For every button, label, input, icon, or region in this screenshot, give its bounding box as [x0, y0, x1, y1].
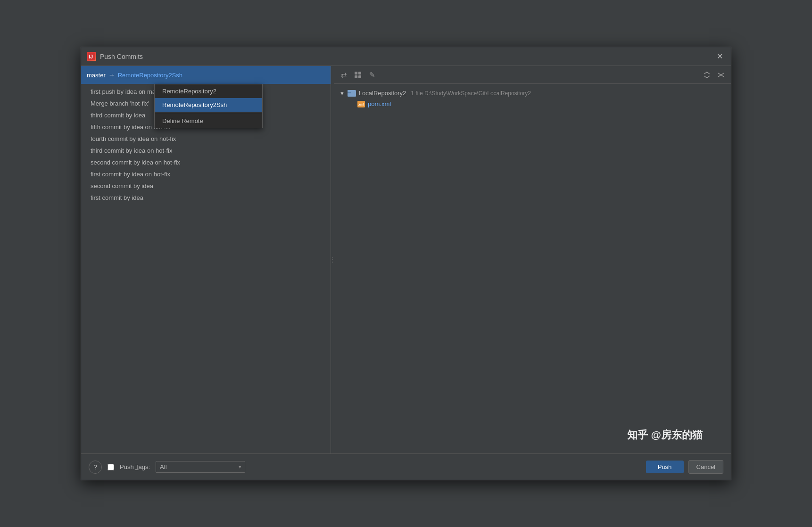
group-icon[interactable] [352, 69, 364, 81]
dropdown-item-remote2[interactable]: RemoteRepository2 [155, 84, 262, 98]
left-panel: master → RemoteRepository2Ssh RemoteRepo… [81, 66, 331, 453]
branch-bar: master → RemoteRepository2Ssh RemoteRepo… [81, 66, 331, 84]
file-name: pom.xml [368, 100, 391, 107]
collapse-icon[interactable] [715, 69, 727, 81]
cancel-button[interactable]: Cancel [688, 460, 723, 474]
repo-meta: 1 file D:\Study\WorkSpace\Git\LocalRepos… [411, 90, 531, 97]
dropdown-divider [155, 113, 262, 113]
toolbar-left: ⇄ ✎ [338, 69, 378, 81]
commit-item[interactable]: first commit by idea on hot-fix [81, 168, 331, 180]
app-icon: IJ [87, 52, 96, 61]
push-tags-label: Push Tags: [120, 463, 150, 470]
source-branch: master [87, 72, 106, 79]
swap-icon[interactable]: ⇄ [338, 69, 350, 81]
title-bar: IJ Push Commits ✕ [81, 47, 731, 66]
expand-icon[interactable] [701, 69, 713, 81]
svg-rect-3 [358, 72, 361, 74]
help-button[interactable]: ? [89, 461, 102, 474]
svg-rect-4 [355, 75, 357, 78]
svg-text:IJ: IJ [89, 54, 93, 59]
right-panel: ⇄ ✎ [334, 66, 731, 453]
dropdown-item-remote2ssh[interactable]: RemoteRepository2Ssh [155, 98, 262, 112]
svg-rect-5 [358, 75, 361, 78]
svg-rect-8 [348, 90, 351, 92]
toolbar-right [701, 69, 727, 81]
svg-rect-2 [355, 72, 357, 74]
push-commits-dialog: IJ Push Commits ✕ master → RemoteReposit… [81, 47, 731, 480]
svg-text:xml: xml [358, 103, 364, 106]
repo-node[interactable]: ▼ LocalRepository2 1 file D:\Study\WorkS… [338, 88, 727, 99]
remote-dropdown-menu[interactable]: RemoteRepository2 RemoteRepository2Ssh D… [154, 84, 263, 128]
repo-name: LocalRepository2 [359, 90, 406, 97]
right-toolbar: ⇄ ✎ [334, 66, 731, 84]
target-branch-button[interactable]: RemoteRepository2Ssh [118, 72, 182, 79]
commit-item[interactable]: third commit by idea on hot-fix [81, 145, 331, 156]
repo-tree: ▼ LocalRepository2 1 file D:\Study\WorkS… [334, 84, 731, 453]
commit-item[interactable]: first commit by idea [81, 192, 331, 204]
push-button[interactable]: Push [646, 461, 684, 473]
file-node[interactable]: xml pom.xml [338, 99, 727, 109]
title-bar-left: IJ Push Commits [87, 52, 143, 61]
commit-item[interactable]: fourth commit by idea on hot-fix [81, 133, 331, 145]
tags-select[interactable]: All None [156, 461, 245, 473]
dialog-title: Push Commits [100, 53, 143, 60]
tags-select-wrapper: All None ▾ [156, 461, 245, 473]
push-tags-checkbox[interactable] [108, 464, 114, 470]
dropdown-item-define-remote[interactable]: Define Remote [155, 114, 262, 128]
tree-expand-icon: ▼ [340, 91, 345, 96]
close-button[interactable]: ✕ [714, 51, 725, 62]
watermark: 知乎 @房东的猫 [627, 428, 703, 442]
branch-arrow: → [108, 71, 115, 79]
action-buttons: Push Cancel [646, 460, 723, 474]
folder-icon [348, 90, 356, 97]
edit-icon[interactable]: ✎ [366, 69, 378, 81]
commit-item[interactable]: second commit by idea [81, 180, 331, 192]
commit-item[interactable]: second commit by idea on hot-fix [81, 156, 331, 168]
commits-list: first push by idea on master Merge branc… [81, 84, 331, 453]
main-content: master → RemoteRepository2Ssh RemoteRepo… [81, 66, 731, 453]
xml-file-icon: xml [357, 101, 365, 107]
bottom-bar: ? Push Tags: All None ▾ Push Cancel [81, 453, 731, 480]
